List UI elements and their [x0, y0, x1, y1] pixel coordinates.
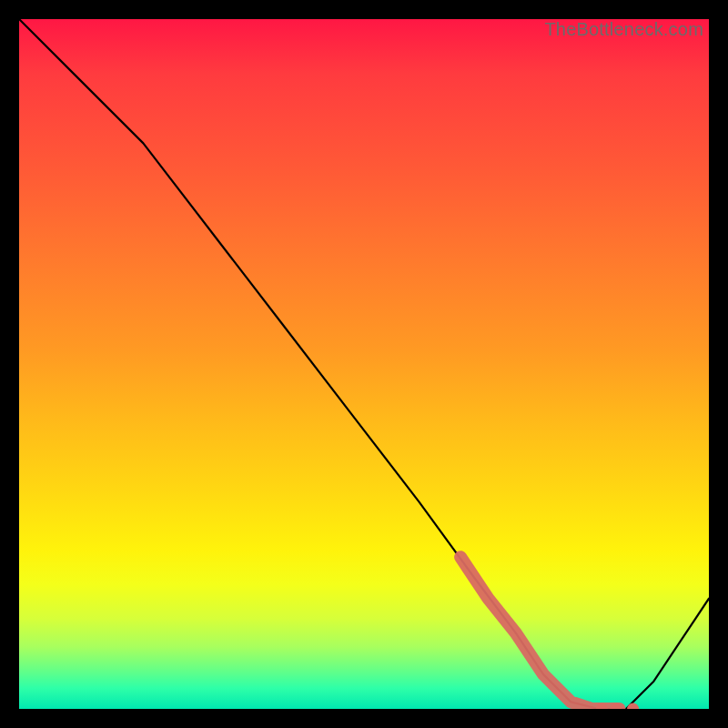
bottleneck-curve	[19, 19, 709, 709]
watermark-text: TheBottleneck.com	[544, 19, 703, 40]
optimal-dot	[627, 703, 639, 710]
curve-overlay	[19, 19, 709, 709]
chart-frame: TheBottleneck.com	[0, 0, 728, 728]
optimal-range-highlight	[460, 557, 619, 709]
plot-area: TheBottleneck.com	[19, 19, 709, 709]
